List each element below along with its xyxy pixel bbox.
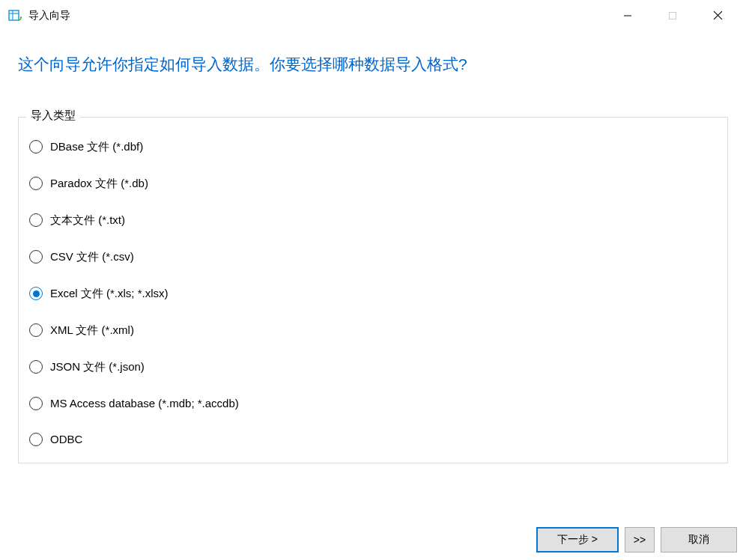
- titlebar: 导入向导: [0, 0, 746, 31]
- svg-rect-4: [670, 12, 676, 19]
- radio-option-dbase[interactable]: DBase 文件 (*.dbf): [29, 140, 717, 154]
- radio-icon: [29, 433, 43, 446]
- close-button[interactable]: [695, 0, 740, 31]
- radio-label: Paradox 文件 (*.db): [50, 177, 148, 191]
- svg-rect-0: [9, 10, 19, 20]
- minimize-button[interactable]: [605, 0, 650, 31]
- radio-option-xml[interactable]: XML 文件 (*.xml): [29, 323, 717, 338]
- radio-option-paradox[interactable]: Paradox 文件 (*.db): [29, 177, 717, 191]
- cancel-button[interactable]: 取消: [661, 527, 737, 553]
- radio-label: ODBC: [50, 433, 82, 445]
- wizard-heading: 这个向导允许你指定如何导入数据。你要选择哪种数据导入格式?: [18, 52, 728, 76]
- radio-icon: [29, 177, 43, 190]
- radio-icon: [29, 397, 43, 410]
- window-title: 导入向导: [28, 9, 605, 22]
- radio-label: DBase 文件 (*.dbf): [50, 140, 143, 154]
- radio-label: 文本文件 (*.txt): [50, 213, 125, 228]
- radio-label: JSON 文件 (*.json): [50, 360, 145, 374]
- radio-label: XML 文件 (*.xml): [50, 323, 134, 338]
- radio-option-text[interactable]: 文本文件 (*.txt): [29, 213, 717, 228]
- window-controls: [605, 0, 740, 31]
- radio-option-odbc[interactable]: ODBC: [29, 433, 717, 446]
- radio-option-excel[interactable]: Excel 文件 (*.xls; *.xlsx): [29, 287, 717, 301]
- radio-label: Excel 文件 (*.xls; *.xlsx): [50, 287, 169, 301]
- radio-label: MS Access database (*.mdb; *.accdb): [50, 397, 239, 410]
- radio-icon: [29, 323, 43, 337]
- radio-option-csv[interactable]: CSV 文件 (*.csv): [29, 250, 717, 264]
- skip-button[interactable]: >>: [625, 527, 655, 553]
- import-type-fieldset: 导入类型 DBase 文件 (*.dbf) Paradox 文件 (*.db) …: [18, 117, 728, 463]
- radio-icon: [29, 287, 43, 300]
- import-type-radio-group: DBase 文件 (*.dbf) Paradox 文件 (*.db) 文本文件 …: [29, 131, 717, 446]
- radio-option-msaccess[interactable]: MS Access database (*.mdb; *.accdb): [29, 397, 717, 410]
- radio-icon: [29, 140, 43, 153]
- radio-icon: [29, 360, 43, 374]
- footer-buttons: 下一步 > >> 取消: [536, 527, 737, 553]
- radio-icon: [29, 213, 43, 227]
- next-button[interactable]: 下一步 >: [536, 527, 619, 553]
- fieldset-legend: 导入类型: [26, 109, 80, 123]
- radio-option-json[interactable]: JSON 文件 (*.json): [29, 360, 717, 374]
- maximize-button: [650, 0, 695, 31]
- content-area: 这个向导允许你指定如何导入数据。你要选择哪种数据导入格式? 导入类型 DBase…: [0, 31, 746, 463]
- radio-icon: [29, 250, 43, 264]
- radio-label: CSV 文件 (*.csv): [50, 250, 134, 264]
- app-icon: [7, 8, 22, 23]
